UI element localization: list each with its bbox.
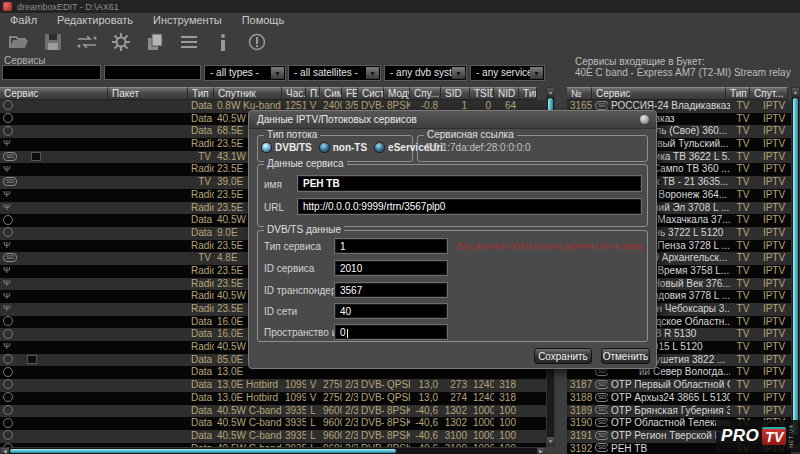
service-type-cell: TV <box>730 290 756 303</box>
right-table-vscrollbar[interactable]: ▲ ▼ <box>791 87 800 454</box>
settings-icon[interactable] <box>110 31 132 53</box>
data-cell <box>108 125 188 138</box>
column-header[interactable]: Пакет <box>108 87 188 100</box>
about-icon[interactable] <box>246 31 268 53</box>
column-header[interactable]: Тип <box>519 87 537 100</box>
scroll-down-icon[interactable]: ▼ <box>547 437 554 446</box>
radio-nonts[interactable]: non-TS <box>320 142 367 153</box>
iptv-service-dialog: Данные IPTV/Потоковых сервисов Тип поток… <box>248 110 657 369</box>
menu-tools[interactable]: Инструменты <box>143 13 232 28</box>
table-row[interactable]: Data40.5W C-band ...3935,...L96002/3DVB-… <box>0 417 546 430</box>
service-system-cell: IPTV <box>756 290 792 303</box>
name-field[interactable]: РЕН ТВ <box>298 176 641 191</box>
service-system-cell: IPTV <box>756 138 792 151</box>
table-row[interactable]: Data13.0E Hotbird ...1099...V275002/3DVB… <box>0 379 546 392</box>
decimal-format-warning: Все данные обязательно должны быть введе… <box>457 241 643 251</box>
column-header[interactable]: TSID <box>470 87 494 100</box>
data-cell <box>108 392 188 405</box>
service-icon-cell: SD <box>592 417 608 430</box>
service-id-field[interactable]: 2010 <box>335 261 447 275</box>
save-button[interactable]: Сохранить <box>534 348 592 364</box>
transponder-id-field[interactable]: 3567 <box>335 283 447 297</box>
data-cell: Data <box>188 405 214 418</box>
bouquet-row[interactable]: 3188SDОТР Архыз24 3865 L 5130TVIPTV <box>567 392 792 405</box>
chevron-down-icon[interactable]: ▼ <box>530 67 543 79</box>
menubar: Файл Редактировать Инструменты Помощь <box>0 13 294 28</box>
column-header[interactable]: П... <box>306 87 320 100</box>
column-header[interactable]: NID <box>494 87 519 100</box>
bouquet-row[interactable]: 3187SDОТР Первый Областной Ор...TVIPTV <box>567 379 792 392</box>
left-hscroll-thumb[interactable] <box>10 449 396 453</box>
column-header[interactable]: SID <box>441 87 470 100</box>
url-field[interactable]: http://0.0.0.0:9999/rtrn/3567plp0 <box>298 199 641 214</box>
bouquet-row[interactable]: 3189SDОТР Брянская Губерния 387...TVIPTV <box>567 405 792 418</box>
column-header[interactable]: FEC <box>342 87 358 100</box>
close-icon[interactable] <box>640 115 649 124</box>
column-header[interactable]: Моду... <box>384 87 410 100</box>
open-icon[interactable] <box>8 31 30 53</box>
save-icon[interactable] <box>42 31 64 53</box>
data-cell <box>108 430 188 443</box>
namespace-field[interactable]: 0 <box>335 325 447 339</box>
service-system-cell: IPTV <box>756 303 792 316</box>
data-cell: Radio <box>188 138 214 151</box>
data-cell <box>108 113 188 126</box>
service-type-filter-dropdown[interactable]: - any service - ▼ <box>470 65 545 81</box>
chevron-down-icon[interactable]: ▼ <box>452 67 465 79</box>
chevron-down-icon[interactable]: ▼ <box>366 67 379 79</box>
menu-edit[interactable]: Редактировать <box>47 13 143 28</box>
scroll-left-icon[interactable]: ◀ <box>1 448 9 454</box>
table-row[interactable]: Data40.5W C-band ...3935,...L96002/3DVB-… <box>0 405 546 418</box>
ftp-transfer-icon[interactable] <box>76 31 98 53</box>
scroll-right-icon[interactable]: ▶ <box>537 448 545 454</box>
column-header[interactable]: Сим... <box>320 87 342 100</box>
service-type-cell: TV <box>730 252 756 265</box>
copy-icon[interactable] <box>144 31 166 53</box>
right-vscroll-thumb[interactable] <box>793 98 798 435</box>
network-id-field[interactable]: 40 <box>335 304 447 318</box>
service-type-cell: TV <box>730 303 756 316</box>
column-header[interactable]: Сист... <box>358 87 384 100</box>
service-type-cell: TV <box>730 125 756 138</box>
column-header[interactable]: Тип <box>726 87 750 100</box>
chevron-down-icon[interactable]: ▼ <box>271 67 284 79</box>
menu-help[interactable]: Помощь <box>232 13 295 28</box>
column-header[interactable]: Час... <box>282 87 306 100</box>
data-cell: 318 <box>494 392 519 405</box>
menu-file[interactable]: Файл <box>0 13 47 28</box>
radio-icon <box>320 143 329 152</box>
column-header[interactable]: Спут... <box>750 87 788 100</box>
table-row[interactable]: Data40.5W C-band ...3935,...L96002/3DVB-… <box>0 430 546 443</box>
scroll-up-icon[interactable]: ▲ <box>792 88 799 97</box>
service-type-cell: TV <box>730 202 756 215</box>
info-icon[interactable] <box>212 31 234 53</box>
data-cell: QPSK <box>384 379 410 392</box>
data-cell: 27500 <box>320 392 342 405</box>
scroll-up-icon[interactable]: ▲ <box>547 88 554 97</box>
service-cell: Ψ <box>0 341 108 354</box>
type-filter-dropdown[interactable]: - all types - ▼ <box>204 65 286 81</box>
service-filter-input[interactable] <box>2 65 101 80</box>
dvb-system-filter-dropdown[interactable]: - any dvb system - ▼ <box>384 65 467 81</box>
service-type-cell: TV <box>730 366 756 379</box>
column-header[interactable]: Тип <box>188 87 214 100</box>
data-cell <box>108 316 188 329</box>
column-header[interactable]: Сервис <box>592 87 726 100</box>
column-header[interactable]: № <box>567 87 592 100</box>
table-row[interactable]: Data13.0E Hotbird ...1099...V275002/3DVB… <box>0 392 546 405</box>
service-cell: SD <box>0 151 108 164</box>
data-cell: 40.5W C-band ... <box>214 417 282 430</box>
column-header[interactable]: Сервис <box>0 87 108 100</box>
service-type-field[interactable]: 1 <box>335 239 447 253</box>
package-filter-input[interactable] <box>104 65 201 80</box>
column-header[interactable]: Спу... <box>410 87 441 100</box>
service-name-cell: РЕН ТВ <box>608 443 730 454</box>
satellite-filter-dropdown[interactable]: - all satellites - ▼ <box>288 65 381 81</box>
data-cell: 8PSK <box>384 405 410 418</box>
left-table-hscrollbar[interactable]: ◀ ▶ <box>0 447 546 454</box>
radio-dvbts[interactable]: DVB/TS <box>262 142 312 153</box>
column-header[interactable]: Спутник <box>214 87 282 100</box>
data-cell <box>108 100 188 113</box>
cancel-button[interactable]: Отменить <box>601 348 650 364</box>
list-icon[interactable] <box>178 31 200 53</box>
